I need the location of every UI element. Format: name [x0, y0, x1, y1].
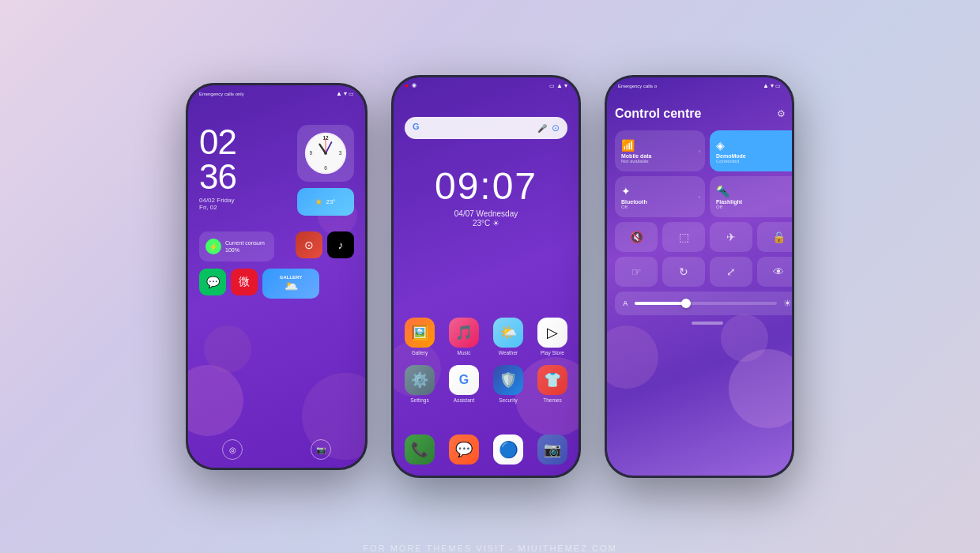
accessibility-button[interactable]: ☞: [615, 257, 658, 287]
flashlight-tile[interactable]: 🔦 Flashlight Off: [710, 176, 792, 217]
app-drawer: 🖼️ Gallery 🎵 Music 🌤️ Weather ▷ Play Sto…: [405, 318, 567, 412]
app-icon-tiktok[interactable]: ♪: [327, 231, 354, 258]
status-bar: Emergency calls only ▲ ▾ ▭: [188, 85, 365, 99]
control-row-2: ✦ Bluetooth Off › 🔦 Flashlight Off: [615, 176, 792, 217]
battery-icon: ▭: [349, 91, 354, 97]
brightness-label-small: A: [623, 299, 628, 307]
flashlight-icon: 🔦: [716, 185, 729, 198]
app-assistant[interactable]: G Assistant: [449, 365, 479, 403]
control-centre-title: Control centre: [615, 107, 701, 121]
svg-text:6: 6: [324, 165, 327, 171]
battery-info: Current consum 100%: [225, 239, 265, 254]
assistant-label: Assistant: [454, 397, 474, 403]
phone-1: Emergency calls only ▲ ▾ ▭ 02 36 04/02 F…: [186, 83, 368, 470]
bluetooth-arrow: ›: [699, 194, 700, 200]
lock-rotation-button[interactable]: 🔒: [757, 222, 792, 252]
phone-2: ● ◉ ▭ ▲ ▾ G 🎤 ⊙ 09:07 04/07 Wednesday: [391, 75, 581, 478]
gallery-widget[interactable]: GALLERY 🌥️: [262, 269, 319, 299]
app-message[interactable]: 💬: [449, 434, 479, 465]
wifi-icon-2: ▾: [564, 82, 567, 89]
weather-temp: 23°: [326, 198, 335, 205]
watermark: FOR MORE THEMES VISIT - MIUITHEMEZ.COM: [363, 544, 616, 553]
lens-icon[interactable]: ⊙: [552, 122, 560, 134]
app-weather[interactable]: 🌤️ Weather: [493, 318, 523, 356]
status-icons: ▲ ▾ ▭: [336, 90, 354, 97]
demomode-icon: ◈: [716, 139, 725, 152]
app-icons-row2: 💬 微 GALLERY 🌥️: [199, 269, 319, 299]
dock: 📞 💬 🔵 📷: [405, 434, 567, 465]
time-display: 02 36: [199, 125, 236, 194]
bluetooth-tile[interactable]: ✦ Bluetooth Off ›: [615, 176, 705, 217]
playstore-label: Play Store: [541, 350, 564, 356]
mobile-data-icon: 📶: [621, 139, 635, 152]
battery-icon-3: ▭: [775, 83, 781, 89]
mobile-data-label: Mobile data: [621, 153, 652, 159]
app-icon-weibo[interactable]: 微: [231, 269, 258, 295]
svg-text:9: 9: [310, 150, 313, 156]
app-playstore[interactable]: ▷ Play Store: [537, 318, 567, 356]
signal-icon-3: ▲: [763, 82, 769, 89]
app-camera[interactable]: 📷: [537, 434, 567, 465]
analog-clock: 12 3 6 9: [303, 131, 348, 175]
clock-widget: 12 3 6 9: [297, 125, 354, 182]
airplane-button[interactable]: ✈: [710, 222, 752, 252]
app-gallery[interactable]: 🖼️ Gallery: [405, 318, 435, 356]
app-settings[interactable]: ⚙️ Settings: [405, 365, 435, 403]
screenshot-button[interactable]: ⬚: [662, 222, 705, 252]
status-text: Emergency calls only: [199, 92, 244, 96]
demomode-tile[interactable]: ◈ DemoMode Connected ›: [710, 130, 792, 171]
battery-icon-2: ▭: [549, 83, 555, 89]
wifi-icon-3: ▾: [771, 82, 774, 89]
app-security[interactable]: 🛡️ Security: [493, 365, 523, 403]
microphone-icon[interactable]: 🎤: [537, 124, 547, 133]
google-search-bar[interactable]: G 🎤 ⊙: [405, 117, 567, 139]
status-text-3: Emergency calls o: [618, 84, 657, 88]
eye-button[interactable]: 👁: [757, 257, 792, 287]
mute-button[interactable]: 🔇: [615, 222, 658, 252]
expand-button[interactable]: ⤢: [710, 257, 752, 287]
camera-icon: 📷: [537, 434, 567, 465]
google-logo: G: [413, 122, 425, 134]
home-indicator: ◎: [222, 439, 243, 460]
app-icon-netease[interactable]: ⊙: [296, 231, 322, 258]
app-themes[interactable]: 👕 Themes: [537, 365, 567, 403]
phone-icon: 📞: [405, 434, 435, 465]
camera-shortcut[interactable]: 📷: [311, 439, 331, 460]
sync-button[interactable]: ↻: [662, 257, 705, 287]
main-time: 09:07: [394, 164, 579, 208]
svg-text:3: 3: [339, 150, 342, 156]
date-display: 04/02 Friday Fri, 02: [199, 197, 236, 211]
mobile-data-status: Not available: [621, 159, 649, 164]
center-time-widget: 09:07 04/07 Wednesday 23°C ☀: [394, 164, 579, 228]
control-icon-row-2: ☞ ↻ ⤢ 👁: [615, 257, 792, 287]
app-music[interactable]: 🎵 Music: [449, 318, 479, 356]
brightness-fill: [635, 302, 684, 305]
security-icon: 🛡️: [493, 365, 523, 395]
app-phone[interactable]: 📞: [405, 434, 435, 465]
gallery-label: Gallery: [412, 350, 428, 356]
mobile-data-arrow: ›: [699, 149, 700, 154]
wifi-icon: ▾: [344, 90, 347, 97]
bluetooth-status: Off: [621, 205, 628, 209]
control-centre-actions: ⚙ ✏: [777, 108, 792, 119]
demomode-label: DemoMode: [716, 153, 746, 159]
time-widget: 02 36 04/02 Friday Fri, 02: [199, 125, 236, 211]
weather-icon: 🌤️: [493, 318, 523, 348]
app-chrome[interactable]: 🔵: [493, 434, 523, 465]
signal-icon-2: ▲: [556, 82, 563, 89]
settings-icon: ⚙️: [405, 365, 435, 395]
bottom-handle: [692, 322, 723, 325]
app-icon-wechat[interactable]: 💬: [199, 269, 226, 295]
assistant-icon: G: [449, 365, 479, 395]
battery-status-icon: ⚡: [205, 239, 221, 254]
message-icon: 💬: [449, 434, 479, 465]
brightness-slider[interactable]: [635, 302, 778, 305]
mobile-data-tile[interactable]: 📶 Mobile data Not available ›: [615, 130, 705, 171]
weather-icon: ☀️: [315, 199, 322, 205]
settings-gear-icon[interactable]: ⚙: [777, 108, 786, 119]
record-dot: ●: [405, 82, 409, 89]
demomode-status: Connected: [716, 159, 739, 164]
control-row-1: 📶 Mobile data Not available › ◈ DemoMode…: [615, 130, 792, 171]
gallery-icon: 🖼️: [405, 318, 435, 348]
control-icon-row-1: 🔇 ⬚ ✈ 🔒: [615, 222, 792, 252]
